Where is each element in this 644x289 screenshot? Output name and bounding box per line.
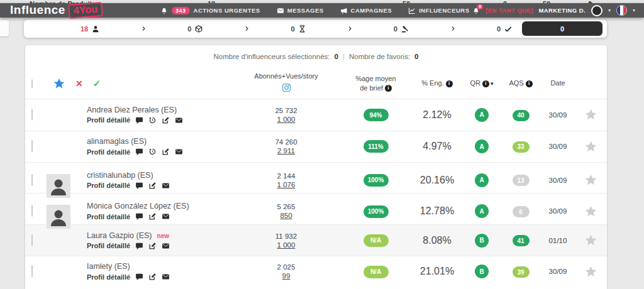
funnel-stage[interactable]: 0 bbox=[291, 25, 306, 33]
story-views-link[interactable]: 2 911 bbox=[277, 147, 295, 155]
qr-grade-badge: A bbox=[475, 204, 489, 218]
mail-icon[interactable] bbox=[175, 148, 183, 156]
info-icon[interactable]: i bbox=[385, 85, 392, 92]
approve-filter-check-icon[interactable]: ✓ bbox=[93, 78, 101, 89]
followers-count: 2 144 bbox=[233, 172, 340, 180]
brief-percent-badge: 111% bbox=[364, 140, 389, 153]
row-checkbox[interactable] bbox=[31, 265, 33, 277]
profile-detail-link[interactable]: Profil détaillé bbox=[87, 273, 130, 281]
instagram-icon[interactable] bbox=[282, 83, 291, 95]
aqs-score-badge: 40 bbox=[513, 110, 530, 121]
favorite-star-icon[interactable] bbox=[575, 173, 606, 187]
edit-icon[interactable] bbox=[148, 242, 157, 250]
influencer-name[interactable]: alinamaglas (ES) bbox=[87, 137, 233, 146]
table-row: cristinalunabp (ES) Profil détaillé 2 14… bbox=[25, 162, 607, 194]
profile-detail-link[interactable]: Profil détaillé bbox=[87, 116, 130, 124]
mail-icon[interactable] bbox=[162, 182, 170, 190]
box-icon bbox=[194, 25, 203, 33]
profile-detail-link[interactable]: Profil détaillé bbox=[87, 242, 130, 249]
avatar[interactable] bbox=[47, 205, 82, 229]
actions-count-badge: 343 bbox=[172, 7, 190, 14]
nav-item-campagnes[interactable]: CAMPAGNES bbox=[340, 7, 392, 14]
chat-icon[interactable] bbox=[135, 273, 143, 281]
profile-detail-link[interactable]: Profil détaillé bbox=[87, 182, 130, 189]
user-avatar[interactable] bbox=[591, 5, 602, 16]
chart-icon bbox=[408, 7, 416, 14]
reject-filter-x-icon[interactable]: ✕ bbox=[75, 79, 83, 89]
mail-icon[interactable] bbox=[162, 212, 170, 221]
profile-detail-link[interactable]: Profil détaillé bbox=[87, 148, 130, 156]
logo[interactable]: Influence 4You bbox=[10, 1, 103, 19]
favorite-star-icon[interactable] bbox=[575, 234, 606, 247]
info-icon[interactable]: i bbox=[482, 80, 489, 87]
funnel-total-button[interactable]: 0 bbox=[522, 21, 602, 36]
influencer-name[interactable]: Iamlety (ES) bbox=[87, 262, 233, 271]
check-icon bbox=[504, 25, 513, 33]
brief-percent-badge: N/A bbox=[364, 266, 389, 278]
row-checkbox[interactable] bbox=[31, 205, 33, 217]
funnel-stage-count: 0 bbox=[291, 25, 295, 33]
mail-icon[interactable] bbox=[162, 242, 170, 250]
funnel-stage[interactable]: 0 bbox=[187, 25, 203, 33]
language-flag-fr[interactable] bbox=[616, 5, 627, 16]
favorite-star-icon[interactable] bbox=[575, 108, 606, 121]
history-icon[interactable] bbox=[148, 116, 157, 124]
story-views-link[interactable]: 99 bbox=[282, 272, 291, 280]
edit-icon[interactable] bbox=[148, 182, 157, 190]
row-actions bbox=[135, 116, 183, 124]
chat-icon[interactable] bbox=[135, 242, 143, 250]
chat-icon[interactable] bbox=[135, 116, 143, 124]
notifications-bell[interactable]: 0 bbox=[472, 7, 480, 14]
favorite-star-icon[interactable] bbox=[575, 265, 606, 278]
followers-count: 11 932 bbox=[233, 232, 340, 240]
funnel-stage[interactable]: 0 bbox=[497, 25, 513, 33]
info-icon[interactable]: i bbox=[526, 80, 533, 87]
mail-icon[interactable] bbox=[162, 273, 170, 281]
nav-item-messages[interactable]: MESSAGES bbox=[277, 7, 324, 14]
edit-icon[interactable] bbox=[162, 148, 170, 156]
followers-count: 74 260 bbox=[233, 138, 340, 146]
favorite-star-icon[interactable] bbox=[575, 205, 606, 218]
chevron-down-icon[interactable]: ▾ bbox=[608, 8, 611, 13]
qr-grade-badge: A bbox=[475, 139, 489, 153]
favorite-filter-star-icon[interactable] bbox=[53, 77, 65, 90]
influencer-name[interactable]: Mónica González López (ES) bbox=[87, 202, 233, 210]
mail-icon[interactable] bbox=[175, 116, 183, 124]
row-checkbox[interactable] bbox=[31, 140, 33, 152]
sort-caret-icon[interactable]: ▾ bbox=[491, 80, 494, 87]
row-checkbox[interactable] bbox=[31, 174, 33, 186]
table-row: Mónica González López (ES) Profil détail… bbox=[25, 193, 607, 224]
profile-detail-link[interactable]: Profil détaillé bbox=[87, 213, 130, 221]
story-views-link[interactable]: 1 076 bbox=[277, 181, 296, 188]
story-views-link[interactable]: 1 000 bbox=[277, 116, 296, 123]
chevron-down-icon[interactable]: ▾ bbox=[633, 8, 635, 13]
chat-icon[interactable] bbox=[135, 182, 143, 190]
funnel-stage[interactable]: 0 bbox=[394, 25, 409, 33]
engagement-value: 8.08% bbox=[412, 235, 462, 246]
story-views-link[interactable]: 1 000 bbox=[277, 241, 296, 249]
favorite-star-icon[interactable] bbox=[575, 140, 606, 153]
row-checkbox[interactable] bbox=[31, 234, 33, 246]
select-all-checkbox[interactable] bbox=[31, 79, 33, 88]
chat-icon[interactable] bbox=[135, 212, 143, 221]
account-name[interactable]: MARKETING D. bbox=[539, 7, 586, 14]
edit-icon[interactable] bbox=[162, 116, 170, 124]
influencer-name[interactable]: cristinalunabp (ES) bbox=[87, 171, 233, 180]
history-icon[interactable] bbox=[148, 148, 157, 156]
row-checkbox[interactable] bbox=[31, 109, 33, 121]
notification-badge: 0 bbox=[477, 4, 483, 9]
edit-icon[interactable] bbox=[148, 212, 157, 221]
story-views-link[interactable]: 850 bbox=[280, 212, 292, 219]
chat-icon[interactable] bbox=[135, 148, 143, 156]
funnel-stage[interactable]: 18 bbox=[80, 25, 100, 33]
row-actions bbox=[135, 242, 170, 250]
date-value: 30/09 bbox=[540, 268, 575, 275]
table-header: ✕ ✓ Abonnés+Vues/story %age moyen de bri… bbox=[25, 68, 607, 99]
nav-item-influenceurs[interactable]: INFLUENCEURS bbox=[408, 7, 469, 14]
influencer-name[interactable]: Andrea Diez Perales (ES) bbox=[87, 106, 233, 114]
nav-item-actions-urgentes[interactable]: 343 ACTIONS URGENTES bbox=[160, 7, 260, 14]
info-icon[interactable]: i bbox=[446, 80, 453, 87]
impersonation-prefix: [EN TANT QUE] bbox=[486, 7, 533, 14]
influencer-name[interactable]: Laura Gazpio (ES)new bbox=[87, 231, 233, 240]
edit-icon[interactable] bbox=[148, 273, 157, 281]
